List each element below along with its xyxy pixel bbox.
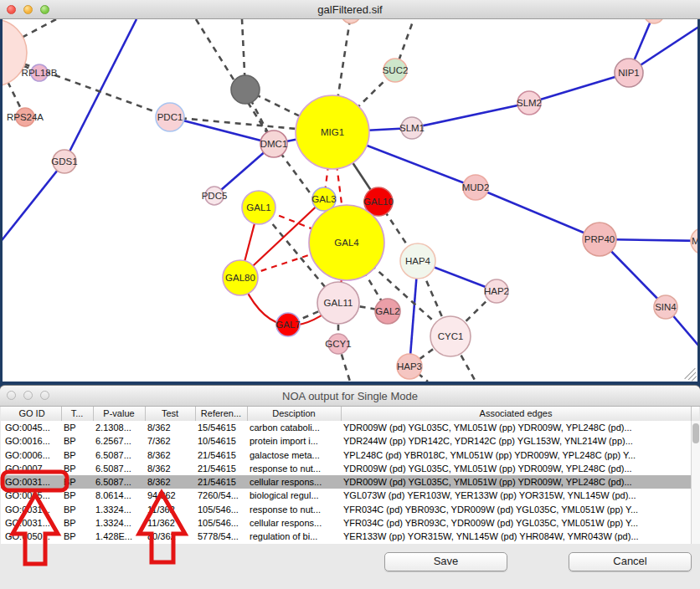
cell-reference: 21/54615 <box>195 448 247 462</box>
node-label-GAL1: GAL1 <box>246 202 270 213</box>
node-label-GDS1: GDS1 <box>51 156 77 166</box>
node-label-NIP1: NIP1 <box>618 68 640 78</box>
column-header-edges[interactable]: Associated edges <box>341 407 692 421</box>
cell-description: carbon cataboli... <box>247 421 341 434</box>
cell-edges: YFR034C (pd) YBR093C, YDR009W (pd) YGL03… <box>341 503 691 516</box>
table-row[interactable]: GO:0016...BP6.2567...7/36210/54615protei… <box>1 434 699 448</box>
edge-SLM2-NIP1[interactable] <box>529 73 629 103</box>
edge-border-GDS1[interactable] <box>64 19 136 161</box>
node-label-MUD2: MUD2 <box>462 182 490 192</box>
close-button-icon[interactable] <box>7 391 16 400</box>
vertical-scrollbar[interactable] <box>691 421 700 544</box>
cell-go-id: GO:0050... <box>3 530 61 543</box>
cell-edges: YGL073W (pd) YER103W, YER133W (pp) YOR31… <box>341 489 691 502</box>
network-window: galFiltered.sif RPL18BRPS24AGDS1PDC1MIG1… <box>0 0 700 383</box>
cell-edges: YDR009W (pd) YGL035C, YML051W (pp) YDR00… <box>341 421 691 434</box>
minimize-button-icon[interactable] <box>23 391 33 400</box>
cell-description: response to nut... <box>247 462 341 475</box>
table-header-row: GO IDT...P-valueTestReferen...Desciption… <box>1 407 699 422</box>
network-canvas[interactable]: RPL18BRPS24AGDS1PDC1MIG1DMC1SUC2SLM1SLM2… <box>3 19 697 382</box>
node-label-HAP3: HAP3 <box>397 361 422 371</box>
cell-type: BP <box>61 516 93 530</box>
table-row[interactable]: GO:0031...BP6.5087...8/36221/54615cellul… <box>1 475 699 489</box>
network-graph: RPL18BRPS24AGDS1PDC1MIG1DMC1SUC2SLM1SLM2… <box>3 19 697 382</box>
table-row[interactable]: GO:0045...BP2.1308...8/36215/54615carbon… <box>1 421 699 434</box>
cell-test: 11/362 <box>145 503 195 516</box>
edge-MUD2-PRP40[interactable] <box>476 187 600 239</box>
cell-p-value: 2.1308... <box>93 421 145 434</box>
column-header-p-value[interactable]: P-value <box>93 407 146 421</box>
zoom-button-icon[interactable] <box>40 5 49 14</box>
node-label-CYC1: CYC1 <box>438 331 464 341</box>
noa-window-titlebar[interactable]: NOA output for Single Mode <box>0 386 700 407</box>
cell-edges: YFR034C (pd) YBR093C, YDR009W (pd) YGL03… <box>341 516 691 530</box>
cell-go-id: GO:0031... <box>3 503 61 516</box>
scrollbar-thumb[interactable] <box>692 423 699 443</box>
edge-GDS1-border[interactable] <box>3 161 64 243</box>
network-window-titlebar[interactable]: galFiltered.sif <box>0 0 700 19</box>
cell-test: 8/362 <box>145 475 195 489</box>
cancel-button[interactable]: Cancel <box>569 552 692 571</box>
results-table: GO:0045...BP2.1308...8/36215/54615carbon… <box>1 421 699 544</box>
node-GRAY1[interactable] <box>231 75 260 104</box>
node-label-RPL18B: RPL18B <box>22 68 58 78</box>
column-header-description[interactable]: Desciption <box>247 407 342 421</box>
node-TOP2[interactable] <box>644 19 664 23</box>
table-row[interactable]: GO:0065...BP8.0614...94/3627260/54...bio… <box>1 489 699 502</box>
cell-go-id: GO:0016... <box>3 434 61 448</box>
cell-reference: 21/54615 <box>195 475 247 489</box>
node-label-HAP4: HAP4 <box>405 256 431 266</box>
cell-go-id: GO:0045... <box>3 421 61 434</box>
cell-description: cellular respons... <box>247 516 341 530</box>
node-label-GAL3: GAL3 <box>311 194 336 204</box>
cell-description: biological regul... <box>247 489 341 502</box>
button-bar: Save Cancel <box>0 544 700 589</box>
cell-p-value: 1.3324... <box>93 503 145 516</box>
table-row[interactable]: GO:0006...BP6.5087...8/36221/54615galact… <box>1 448 699 462</box>
node-label-SLM1: SLM1 <box>399 123 425 133</box>
noa-output-window: NOA output for Single Mode GO IDT...P-va… <box>0 386 700 589</box>
node-label-SIN4: SIN4 <box>655 302 677 312</box>
node-label-HAP2: HAP2 <box>484 286 509 296</box>
cell-edges: YDR244W (pp) YDR142C, YDR142C (pp) YGL15… <box>341 434 691 448</box>
cell-test: 8/362 <box>145 462 195 475</box>
save-button[interactable]: Save <box>384 552 507 571</box>
edge-BIG1-PDC1[interactable] <box>3 53 170 117</box>
cell-p-value: 1.3324... <box>93 516 145 530</box>
cell-reference: 10/54615 <box>195 434 247 448</box>
table-row[interactable]: GO:0031...BP1.3324...11/362105/546...cel… <box>1 516 699 530</box>
node-label-PDC5: PDC5 <box>202 191 228 201</box>
zoom-button-icon[interactable] <box>40 391 49 400</box>
table-row[interactable]: GO:0007...BP6.5087...8/36221/54615respon… <box>1 462 699 475</box>
node-label-RPS24A: RPS24A <box>7 112 44 122</box>
cell-edges: YDR009W (pd) YGL035C, YML051W (pp) YDR00… <box>341 475 691 489</box>
cell-go-id: GO:0031... <box>3 516 61 530</box>
edge-PDC1-DMC1[interactable] <box>170 117 274 144</box>
column-header-go-id[interactable]: GO ID <box>3 407 62 421</box>
column-header-reference[interactable]: Referen... <box>195 407 248 421</box>
node-label-GAL4: GAL4 <box>334 238 359 248</box>
column-header-type[interactable]: T... <box>61 407 94 421</box>
cell-reference: 15/54615 <box>195 421 247 434</box>
node-label-PDC1: PDC1 <box>157 112 183 122</box>
node-label-GAL7: GAL7 <box>275 320 300 330</box>
table-row[interactable]: GO:0050...BP1.428E...80/3625778/54...reg… <box>1 530 699 543</box>
window-title: galFiltered.sif <box>317 3 382 16</box>
cell-description: protein import i... <box>247 434 341 448</box>
node-label-GAL2: GAL2 <box>375 306 399 316</box>
resize-grip[interactable] <box>684 370 697 382</box>
cell-p-value: 6.5087... <box>93 448 145 462</box>
column-header-test[interactable]: Test <box>145 407 196 421</box>
cell-p-value: 6.5087... <box>93 462 145 475</box>
cell-description: cellular respons... <box>247 475 341 489</box>
edge-SLM1-SLM2[interactable] <box>412 103 529 128</box>
cell-description: galactose meta... <box>247 448 341 462</box>
cell-type: BP <box>61 434 93 448</box>
cell-p-value: 6.5087... <box>93 475 145 489</box>
cell-reference: 5778/54... <box>195 530 247 543</box>
minimize-button-icon[interactable] <box>23 5 33 14</box>
close-button-icon[interactable] <box>7 5 16 14</box>
table-row[interactable]: GO:0031...BP1.3324...11/362105/546...res… <box>1 503 699 516</box>
node-TOP1[interactable] <box>342 19 360 23</box>
window-title: NOA output for Single Mode <box>282 390 418 402</box>
